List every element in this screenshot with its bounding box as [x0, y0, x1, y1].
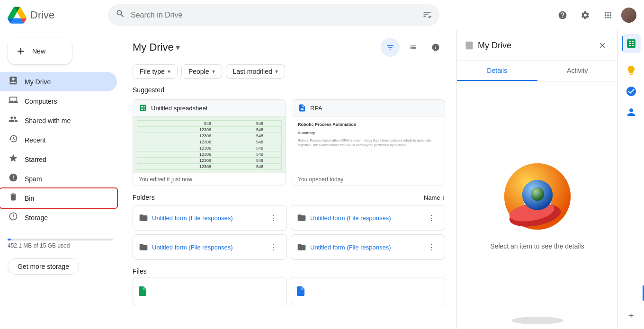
keep-app-icon	[626, 65, 637, 76]
sidebar-item-bin[interactable]: Bin	[0, 188, 117, 208]
tasks-app-icon	[626, 86, 637, 97]
sidebar-item-label: Computers	[25, 98, 57, 105]
files-grid	[133, 277, 445, 305]
apps-button[interactable]	[599, 6, 617, 25]
sidebar-app-keep[interactable]	[622, 61, 641, 80]
folder-name-3: Untitled form (File responses)	[152, 244, 262, 251]
folder-icon	[297, 242, 306, 252]
new-button[interactable]: New	[8, 38, 72, 64]
file-spreadsheet-icon	[137, 285, 148, 297]
folder-more-button-2[interactable]: ⋮	[424, 210, 439, 225]
sidebar-item-label: My Drive	[25, 78, 51, 86]
sidebar-item-shared-with-me[interactable]: Shared with me	[0, 111, 117, 130]
app-title: Drive	[30, 9, 54, 21]
drive-3d-illustration	[500, 161, 575, 237]
sidebar-app-contacts[interactable]	[622, 103, 641, 122]
search-bar[interactable]	[108, 4, 439, 26]
search-options-icon[interactable]	[422, 9, 432, 20]
tab-details[interactable]: Details	[457, 61, 537, 81]
tab-activity[interactable]: Activity	[537, 61, 618, 81]
file-type-label: File type	[140, 68, 165, 75]
starred-icon	[8, 153, 19, 165]
card-header-spreadsheet: Untitled spreadsheet	[133, 100, 286, 116]
document-icon	[298, 104, 306, 112]
search-input[interactable]	[131, 11, 417, 19]
last-modified-label: Last modified	[233, 68, 272, 75]
file-doc-icon	[295, 285, 306, 297]
last-modified-chip[interactable]: Last modified ▾	[226, 64, 285, 79]
main-header: My Drive ▾	[121, 30, 456, 61]
folder-name-4: Untitled form (File responses)	[310, 244, 420, 251]
folder-more-button-4[interactable]: ⋮	[424, 240, 439, 255]
file-type-chip[interactable]: File type ▾	[133, 64, 178, 79]
sidebar-item-label: Spam	[25, 175, 42, 183]
sidebar-divider-1	[624, 57, 639, 57]
panel-illustration	[500, 161, 575, 237]
storage-text: 452.1 MB of 15 GB used	[8, 242, 113, 249]
storage-icon	[8, 212, 19, 223]
files-section-title: Files	[133, 264, 445, 277]
info-button[interactable]	[426, 38, 445, 57]
panel-drive-icon	[465, 41, 474, 50]
body: New My Drive Computers Shared with me	[0, 30, 644, 329]
rpa-preview: Robotic Process Automation Summary Robot…	[292, 116, 445, 173]
sidebar-item-label: Recent	[25, 136, 45, 144]
help-button[interactable]	[553, 6, 572, 25]
people-chip[interactable]: People ▾	[181, 64, 222, 79]
folder-item-2[interactable]: Untitled form (File responses) ⋮	[291, 205, 445, 231]
folder-more-button-3[interactable]: ⋮	[266, 240, 281, 255]
folder-more-button-1[interactable]: ⋮	[266, 210, 281, 225]
panel-close-button[interactable]	[595, 38, 610, 53]
user-avatar[interactable]	[621, 8, 636, 23]
spam-icon	[8, 173, 19, 185]
filter-button[interactable]	[381, 38, 400, 57]
folder-icon	[139, 213, 148, 222]
folder-item-1[interactable]: Untitled form (File responses) ⋮	[133, 205, 287, 231]
sidebar-app-tasks[interactable]	[622, 82, 641, 101]
spreadsheet-preview: 846548 12306548 12306548 12306548 123065…	[133, 116, 286, 173]
filter-chips: File type ▾ People ▾ Last modified ▾	[121, 61, 456, 82]
files-section: Files	[121, 264, 456, 305]
logo: Drive	[8, 6, 102, 25]
drive-title-text: My Drive	[133, 41, 174, 53]
sidebar-app-sheets[interactable]	[622, 34, 641, 53]
panel-body: Select an item to see the details	[457, 81, 617, 329]
sidebar-add-button[interactable]: +	[622, 306, 641, 325]
folders-header: Folders Name ↑	[133, 190, 445, 205]
drive-title[interactable]: My Drive ▾	[133, 41, 180, 53]
right-panel: My Drive Details Activity	[456, 30, 617, 329]
sidebar-item-recent[interactable]: Recent	[0, 130, 117, 150]
folder-item-4[interactable]: Untitled form (File responses) ⋮	[291, 234, 445, 260]
panel-title: My Drive	[478, 41, 591, 51]
new-button-label: New	[32, 47, 45, 55]
file-card-1[interactable]	[133, 277, 287, 305]
header-actions	[553, 6, 636, 25]
suggested-card-rpa[interactable]: RPA Robotic Process Automation Summary R…	[292, 99, 445, 186]
settings-button[interactable]	[576, 6, 595, 25]
file-card-2[interactable]	[291, 277, 445, 305]
sidebar-item-computers[interactable]: Computers	[0, 91, 117, 111]
get-more-storage-button[interactable]: Get more storage	[8, 258, 79, 275]
folder-item-3[interactable]: Untitled form (File responses) ⋮	[133, 234, 287, 260]
sidebar-item-label: Shared with me	[25, 117, 71, 124]
svg-point-8	[531, 187, 544, 201]
sidebar-item-storage[interactable]: Storage	[0, 208, 117, 227]
new-plus-icon	[15, 45, 27, 57]
contacts-app-icon	[626, 107, 637, 118]
header: Drive	[0, 0, 644, 30]
sidebar-item-spam[interactable]: Spam	[0, 169, 117, 188]
suggested-card-spreadsheet[interactable]: Untitled spreadsheet 846548 12306548 123…	[133, 99, 286, 186]
right-sidebar: +	[617, 30, 644, 329]
sort-button[interactable]: Name ↑	[424, 194, 445, 201]
storage-section: 452.1 MB of 15 GB used	[0, 231, 121, 253]
storage-bar-fill	[8, 239, 11, 240]
sidebar-item-my-drive[interactable]: My Drive	[0, 72, 117, 91]
rpa-card-footer: You opened today	[292, 173, 445, 186]
sidebar-item-starred[interactable]: Starred	[0, 150, 117, 169]
folder-icon	[139, 242, 148, 252]
spreadsheet-card-title: Untitled spreadsheet	[151, 105, 207, 112]
panel-shadow	[511, 317, 564, 324]
list-view-button[interactable]	[403, 38, 422, 57]
drive-logo-icon	[8, 6, 27, 25]
recent-icon	[8, 134, 19, 146]
